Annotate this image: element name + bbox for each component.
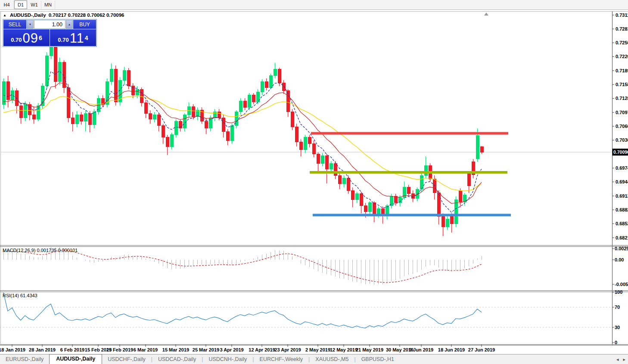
macd-axis-label: 0.002984 <box>615 246 628 251</box>
price-axis-label: 0.70665 <box>616 124 628 129</box>
macd-axis-label: 0.00 <box>615 257 624 262</box>
candle <box>334 163 337 175</box>
timeframe-button-w1[interactable]: W1 <box>28 0 41 9</box>
price-axis-label: 0.69130 <box>616 193 628 199</box>
chart-tab-eurusd[interactable]: EURUSD-,Daily <box>0 355 49 364</box>
chart-tab-usdchf[interactable]: USDCHF-,Daily <box>102 355 151 364</box>
candle <box>75 115 78 124</box>
candle <box>476 136 479 159</box>
panel-collapse-icon[interactable]: ▲ <box>3 13 6 17</box>
rsi-line <box>3 292 482 328</box>
candle <box>274 69 277 76</box>
date-axis-label: 27 Jun 2019 <box>468 347 495 352</box>
chart-tab-gbpusd[interactable]: GBPUSD-,H1 <box>356 355 400 364</box>
candle <box>110 69 113 81</box>
date-axis-label: 3 Apr 2019 <box>220 347 243 352</box>
candle <box>45 56 48 86</box>
candle <box>157 115 160 125</box>
date-axis-label: 12 Apr 2019 <box>249 347 275 352</box>
candle <box>441 216 445 227</box>
candle <box>183 115 186 128</box>
price-axis-label: 0.68520 <box>616 221 628 226</box>
price-axis-label: 0.69745 <box>616 165 628 171</box>
macd-signal-line <box>3 250 482 283</box>
candle <box>407 187 410 194</box>
sell-button[interactable]: SELL <box>3 20 26 29</box>
date-axis-label: 25 Feb 2019 <box>106 347 133 352</box>
candle <box>6 81 9 100</box>
buy-price-pip: 4 <box>85 29 88 47</box>
date-axis-label: 9 Jun 2019 <box>409 347 433 352</box>
candle <box>37 106 40 119</box>
price-axis-label: 0.72200 <box>616 54 628 59</box>
chart-tab-eurchf[interactable]: EURCHF-,Weekly <box>254 355 308 364</box>
timeframe-button-mn[interactable]: MN <box>41 0 55 9</box>
buy-button[interactable]: BUY <box>73 20 96 29</box>
candle <box>317 154 320 163</box>
candle <box>278 69 281 83</box>
candle <box>433 179 436 193</box>
rsi-axis-label: 0 <box>615 340 617 345</box>
timeframe-button-h4[interactable]: H4 <box>0 0 14 9</box>
buy-price-display[interactable]: 0.70 11 4 <box>50 29 96 46</box>
date-axis-label: 23 Apr 2019 <box>274 347 301 352</box>
candle <box>243 101 246 108</box>
date-axis-label: 18 Jun 2019 <box>438 347 465 352</box>
current-price-tag-text: 0.70096 <box>613 149 628 155</box>
candle <box>325 156 328 169</box>
date-axis-label: 15 Mar 2019 <box>162 347 189 352</box>
price-axis-label: 0.70360 <box>616 137 628 143</box>
candle <box>295 127 298 142</box>
chart-tab-xauusd[interactable]: XAUUSD-,M5 <box>310 355 354 364</box>
candle <box>450 215 453 224</box>
rsi-axis-label: 100 <box>615 289 622 295</box>
candle <box>174 121 177 135</box>
candle <box>84 113 87 121</box>
macd-pane-label: MACD(12,26,9) 0.001735 0.000101 <box>3 248 78 253</box>
chart-tab-usdcnh[interactable]: USDCNH-,Daily <box>203 355 252 364</box>
tab-scroll-right-icon[interactable]: ▸ <box>623 357 625 362</box>
volume-input[interactable]: 1.00 <box>34 20 65 29</box>
candle <box>347 178 350 190</box>
candle <box>32 115 35 119</box>
date-axis-label: 6 Mar 2019 <box>134 347 158 352</box>
candle <box>149 113 152 119</box>
candle <box>338 175 341 184</box>
macd-values: 0.001735 0.000101 <box>37 248 78 253</box>
candle <box>368 203 371 212</box>
candle <box>239 101 242 112</box>
candle <box>106 81 109 104</box>
candle <box>136 89 139 95</box>
candle <box>2 81 5 104</box>
volume-up-icon[interactable]: ▲ <box>66 20 73 29</box>
macd-axis-label: -0.00525 <box>615 282 628 287</box>
date-axis-label: 6 Feb 2019 <box>60 347 84 352</box>
chart-tab-usdcad[interactable]: USDCAD-,Daily <box>152 355 202 364</box>
one-click-trading-panel: SELL ▼ 1.00 ▲ BUY 0.70 09 6 0.70 11 4 <box>3 19 97 47</box>
sell-price-big: 09 <box>23 32 38 45</box>
chart-tab-audusd[interactable]: AUDUSD-,Daily <box>49 354 102 364</box>
volume-down-icon[interactable]: ▼ <box>27 20 34 29</box>
candle <box>93 112 96 125</box>
date-axis-label: 28 Jan 2019 <box>29 347 56 352</box>
candle <box>355 194 358 200</box>
sell-price-display[interactable]: 0.70 09 6 <box>3 29 50 46</box>
candle <box>437 193 440 217</box>
macd-histogram <box>4 247 482 285</box>
candle <box>71 118 74 124</box>
candle <box>140 89 143 103</box>
chart-canvas[interactable]: 0.731150.728100.725050.722000.718900.715… <box>0 0 628 364</box>
date-axis-label: 25 Mar 2019 <box>193 347 219 352</box>
price-axis-label: 0.71280 <box>616 96 628 101</box>
chart-shift-marker-icon[interactable] <box>484 12 488 16</box>
candle <box>373 203 376 215</box>
candle <box>248 95 251 107</box>
candle <box>261 81 264 92</box>
tab-scroll-left-icon[interactable]: ◂ <box>616 357 619 362</box>
tab-scroll-arrows: ◂ ▸ <box>616 357 625 362</box>
candle <box>360 194 363 205</box>
sell-price-prefix: 0.70 <box>11 35 22 45</box>
candle <box>205 121 208 128</box>
timeframe-button-d1[interactable]: D1 <box>14 0 27 9</box>
rsi-value: 61.4343 <box>20 293 37 298</box>
